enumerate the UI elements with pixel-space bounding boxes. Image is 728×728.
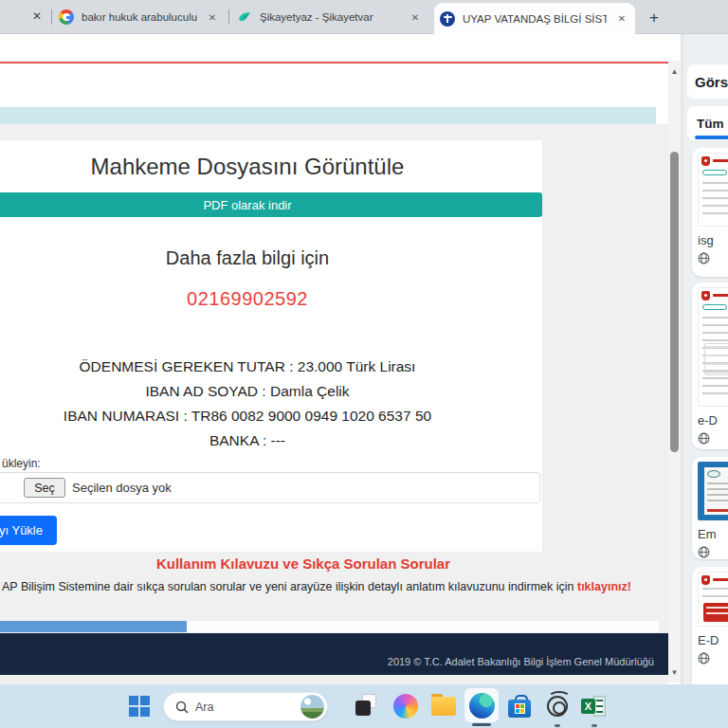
windows-logo-icon bbox=[129, 696, 150, 717]
payment-iban-name-line: IBAN AD SOYAD : Damla Çelik bbox=[0, 383, 542, 400]
result-caption: E-D bbox=[698, 633, 728, 647]
faq-text: AP Bilişim Sistemine dair sıkça sorulan … bbox=[2, 580, 665, 593]
sgk-document bbox=[704, 467, 728, 515]
excel-icon: X bbox=[581, 696, 606, 717]
document-thumbnail[interactable] bbox=[698, 153, 728, 227]
thumbnail-button-shape bbox=[702, 304, 727, 310]
search-highlight-photo[interactable] bbox=[300, 695, 324, 719]
scroll-up-icon[interactable]: ▲ bbox=[668, 64, 681, 78]
search-placeholder: Ara bbox=[195, 701, 300, 714]
horizontal-scrollbar-thumb[interactable] bbox=[0, 621, 187, 632]
document-thumbnail[interactable] bbox=[698, 572, 728, 627]
camera-ring-app-button[interactable] bbox=[542, 690, 573, 722]
result-source bbox=[698, 546, 728, 558]
tab-title: Şikayetyaz - Şikayetvar bbox=[260, 11, 400, 23]
globe-icon bbox=[698, 252, 710, 264]
screen: ✕ bakır hukuk arabuluculuk - Goog ✕ Şika… bbox=[0, 0, 728, 728]
taskbar-search[interactable]: Ara bbox=[163, 692, 328, 721]
close-icon[interactable]: ✕ bbox=[205, 9, 220, 25]
copilot-button[interactable] bbox=[391, 690, 421, 722]
case-file-card: Mahkeme Dosyasını Görüntüle PDF olarak i… bbox=[0, 140, 542, 552]
tab-uyap-active[interactable]: UYAP VATANDAŞ BİLGİ SİSTEMİ ✕ bbox=[434, 3, 635, 34]
google-icon bbox=[59, 9, 74, 25]
tab-sikayetvar[interactable]: Şikayetyaz - Şikayetvar ✕ bbox=[231, 0, 428, 34]
document-thumbnail[interactable] bbox=[698, 287, 728, 407]
page-footer: 2019 © T.C. Adalet Bakanlığı Bilgi İşlem… bbox=[0, 633, 668, 675]
thumbnail-title-line bbox=[713, 294, 728, 297]
document-text-lines bbox=[702, 182, 728, 220]
no-file-text: Seçilen dosya yok bbox=[72, 481, 172, 495]
file-choose-button[interactable]: Seç bbox=[24, 478, 65, 498]
panel-header: Görse bbox=[687, 64, 728, 99]
images-side-panel: Görse Tüm isg bbox=[681, 34, 728, 684]
tab-title: bakır hukuk arabuluculuk - Goog bbox=[82, 11, 197, 23]
result-caption: isg bbox=[698, 233, 728, 247]
active-tab-underline bbox=[695, 136, 728, 139]
tab-bakir-hukuk[interactable]: bakır hukuk arabuluculuk - Goog ✕ bbox=[53, 0, 226, 34]
document-red-line bbox=[707, 509, 728, 512]
file-explorer-button[interactable] bbox=[428, 690, 459, 722]
upload-label: ükleyin: bbox=[2, 457, 41, 470]
start-button[interactable] bbox=[124, 690, 155, 722]
phone-number: 02169902592 bbox=[0, 288, 542, 310]
horizontal-scrollbar[interactable] bbox=[0, 621, 659, 632]
payment-amount-line: ÖDENMESİ GEREKEN TUTAR : 23.000 Türk Lir… bbox=[0, 358, 542, 375]
excel-letter: X bbox=[581, 699, 595, 714]
faq-link[interactable]: tıklayınız! bbox=[577, 580, 631, 593]
edge-button[interactable] bbox=[464, 688, 499, 722]
red-divider bbox=[0, 62, 673, 64]
sikayetvar-icon bbox=[237, 9, 252, 25]
running-app-indicator bbox=[592, 724, 597, 727]
sgk-document-thumbnail[interactable] bbox=[698, 462, 728, 520]
thumbnail-button-shape bbox=[702, 170, 727, 175]
faq-title: Kullanım Kılavuzu ve Sıkça Sorulan Sorul… bbox=[0, 555, 607, 572]
panel-tab-bar: Tüm bbox=[687, 106, 728, 140]
tab-separator bbox=[51, 9, 52, 25]
scroll-down-icon[interactable]: ▼ bbox=[668, 665, 681, 679]
thumbnail-title-line bbox=[713, 159, 728, 162]
faq-text-fragment: AP Bilişim Sistemine dair sıkça sorulan … bbox=[2, 580, 577, 593]
teal-banner-strip bbox=[0, 107, 656, 124]
image-result-card[interactable]: e-D bbox=[692, 282, 728, 449]
globe-icon bbox=[698, 432, 710, 445]
result-caption: Em bbox=[698, 527, 728, 541]
page-title: Mahkeme Dosyasını Görüntüle bbox=[0, 154, 542, 180]
file-input[interactable]: Seç Seçilen dosya yok bbox=[0, 472, 540, 503]
folder-icon bbox=[431, 697, 456, 716]
document-red-panel bbox=[703, 603, 728, 622]
result-source bbox=[698, 652, 728, 664]
close-icon[interactable]: ✕ bbox=[28, 8, 46, 25]
result-source bbox=[698, 432, 728, 445]
image-result-card[interactable]: isg bbox=[692, 148, 728, 277]
excel-button[interactable]: X bbox=[578, 690, 609, 722]
store-icon bbox=[508, 695, 531, 718]
new-tab-button[interactable]: + bbox=[643, 7, 665, 29]
edevlet-shield-icon bbox=[701, 156, 710, 166]
edge-active-indicator bbox=[472, 723, 491, 726]
close-icon[interactable]: ✕ bbox=[614, 11, 629, 27]
image-result-card[interactable]: Em bbox=[692, 457, 728, 559]
footer-copyright: 2019 © T.C. Adalet Bakanlığı Bilgi İşlem… bbox=[388, 656, 654, 667]
copilot-icon bbox=[393, 694, 418, 719]
tab-separator bbox=[228, 9, 229, 25]
microsoft-store-button[interactable] bbox=[504, 690, 535, 722]
result-caption: e-D bbox=[698, 413, 728, 428]
task-view-button[interactable] bbox=[353, 690, 383, 722]
globe-icon bbox=[698, 652, 710, 664]
upload-button[interactable]: yı Yükle bbox=[0, 516, 57, 545]
uyap-page: Mahkeme Dosyasını Görüntüle PDF olarak i… bbox=[0, 34, 728, 684]
vertical-scrollbar[interactable]: ▲ ▼ bbox=[668, 61, 681, 682]
payment-iban-number-line: IBAN NUMARASI : TR86 0082 9000 0949 1020… bbox=[0, 408, 542, 425]
browser-tab-bar: ✕ bakır hukuk arabuluculuk - Goog ✕ Şika… bbox=[0, 0, 728, 34]
panel-title: Görse bbox=[695, 74, 728, 90]
close-icon[interactable]: ✕ bbox=[408, 9, 423, 25]
thumbnail-title-line bbox=[713, 578, 728, 581]
pdf-download-button[interactable]: PDF olarak indir bbox=[0, 192, 542, 217]
edevlet-shield-icon bbox=[701, 291, 710, 300]
document-text-lines bbox=[707, 482, 728, 503]
tab-all[interactable]: Tüm bbox=[697, 117, 724, 131]
task-view-icon bbox=[355, 701, 371, 716]
more-info-text: Daha fazla bilgi için bbox=[0, 247, 542, 269]
document-text-lines bbox=[702, 588, 728, 601]
vertical-scrollbar-thumb[interactable] bbox=[670, 152, 679, 452]
